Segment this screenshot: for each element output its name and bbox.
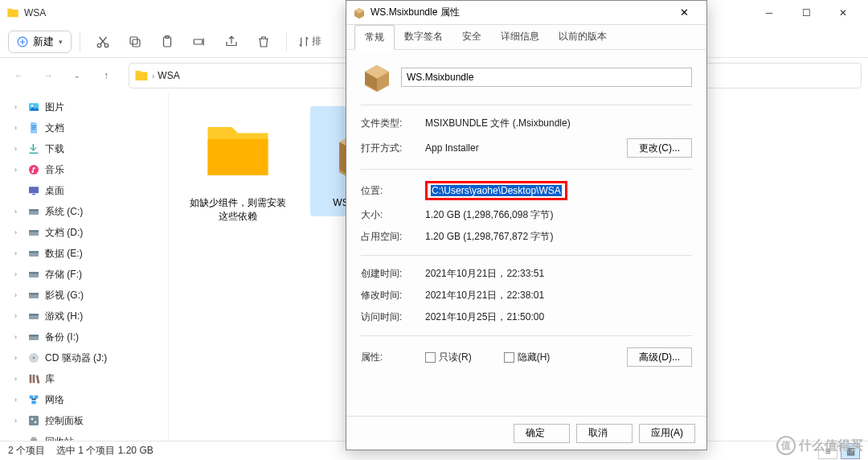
maximize-button[interactable]: ☐	[788, 0, 825, 26]
sidebar-item-label: 控制面板	[45, 414, 84, 428]
svg-rect-27	[29, 335, 39, 336]
new-button[interactable]: 新建 ▾	[8, 31, 72, 53]
drive-icon	[27, 310, 40, 322]
watermark: 值什么值得买	[776, 436, 863, 455]
readonly-checkbox[interactable]: 只读(R)	[425, 351, 472, 364]
sidebar-item[interactable]: ›文档	[0, 117, 168, 138]
svg-rect-30	[30, 396, 34, 399]
caret-icon: ›	[14, 291, 23, 299]
status-count: 2 个项目	[8, 444, 45, 458]
caret-icon: ›	[14, 145, 23, 153]
drive-icon	[27, 331, 40, 343]
sidebar-item[interactable]: ›文档 (D:)	[0, 222, 168, 243]
file-label: 如缺少组件，则需安装这些依赖	[188, 196, 288, 224]
pictures-icon	[27, 101, 40, 113]
apply-button[interactable]: 应用(A)	[639, 424, 695, 443]
cut-icon[interactable]	[88, 27, 117, 56]
sidebar-item[interactable]: ›影视 (G:)	[0, 285, 168, 306]
svg-rect-23	[29, 293, 39, 294]
filetype-label: 文件类型:	[361, 117, 417, 130]
folder-icon	[134, 68, 149, 83]
panel-icon	[27, 414, 40, 427]
location-value[interactable]: C:\Users\yaohe\Desktop\WSA	[431, 185, 562, 196]
dialog-footer: 确定 取消 应用(A)	[346, 416, 706, 450]
svg-point-9	[31, 105, 34, 107]
dialog-tab[interactable]: 详细信息	[491, 25, 549, 49]
sidebar-item-label: 影视 (G:)	[45, 289, 84, 302]
hidden-checkbox[interactable]: 隐藏(H)	[504, 351, 551, 364]
svg-rect-31	[35, 396, 39, 399]
breadcrumb-segment[interactable]: WSA	[158, 70, 179, 81]
sidebar-item[interactable]: ›游戏 (H:)	[0, 306, 168, 327]
folder-icon	[199, 113, 276, 190]
sidebar-item[interactable]: ›系统 (C:)	[0, 201, 168, 222]
caret-icon: ›	[14, 270, 23, 278]
location-label: 位置:	[361, 184, 417, 198]
accessed-label: 访问时间:	[361, 310, 417, 324]
share-icon[interactable]	[217, 27, 246, 56]
minimize-button[interactable]: ─	[751, 0, 788, 26]
sidebar-item[interactable]: ›图片	[0, 97, 168, 117]
sidebar-item[interactable]: ›数据 (E:)	[0, 243, 168, 264]
sidebar-item[interactable]: ›库	[0, 368, 168, 389]
network-icon	[27, 393, 40, 406]
nav-recent-button[interactable]: ⌄	[64, 63, 90, 88]
delete-icon[interactable]	[249, 27, 278, 56]
sidebar-item[interactable]: ›CD 驱动器 (J:)	[0, 347, 168, 368]
sidebar-item[interactable]: ›控制面板	[0, 410, 168, 431]
documents-icon	[27, 121, 40, 134]
modified-value: 2021年10月21日，22:38:01	[425, 289, 692, 302]
svg-rect-15	[29, 209, 39, 211]
svg-rect-7	[194, 39, 203, 44]
dialog-tab[interactable]: 以前的版本	[549, 25, 616, 49]
svg-rect-12	[29, 187, 39, 193]
sidebar-item[interactable]: ›音乐	[0, 159, 168, 180]
sidebar: ›图片›文档›下载›音乐桌面›系统 (C:)›文档 (D:)›数据 (E:)›存…	[0, 93, 169, 441]
dialog-tab[interactable]: 常规	[354, 25, 395, 50]
sidebar-item[interactable]: 回收站	[0, 431, 168, 441]
sidebar-item[interactable]: ›网络	[0, 389, 168, 410]
sidebar-item-label: 库	[45, 372, 55, 386]
accessed-value: 2021年10月25日，21:50:00	[425, 310, 692, 324]
sidebar-item-label: 图片	[45, 101, 64, 114]
caret-icon: ›	[14, 396, 23, 404]
rename-icon[interactable]	[185, 27, 214, 56]
svg-point-29	[33, 357, 35, 359]
svg-point-35	[35, 421, 37, 424]
svg-rect-3	[133, 39, 140, 47]
dialog-tab[interactable]: 安全	[452, 25, 491, 49]
svg-rect-36	[31, 437, 35, 439]
sidebar-item-label: 桌面	[45, 184, 64, 198]
drive-icon	[27, 205, 40, 218]
filename-input[interactable]	[401, 68, 692, 87]
paste-icon[interactable]	[153, 27, 182, 56]
downloads-icon	[27, 142, 40, 155]
cancel-button[interactable]: 取消	[576, 424, 633, 443]
location-highlight: C:\Users\yaohe\Desktop\WSA	[425, 181, 567, 200]
sidebar-item[interactable]: ›备份 (I:)	[0, 327, 168, 347]
ok-button[interactable]: 确定	[514, 424, 570, 443]
change-button[interactable]: 更改(C)...	[627, 138, 692, 158]
sidebar-item[interactable]: 桌面	[0, 180, 168, 201]
sidebar-item[interactable]: ›存储 (F:)	[0, 264, 168, 285]
dialog-title: WS.Msixbundle 属性	[371, 6, 460, 19]
nav-up-button[interactable]: ↑	[93, 63, 119, 88]
close-button[interactable]: ✕	[825, 0, 862, 26]
nav-back-button[interactable]: ←	[6, 63, 32, 88]
openswith-value: App Installer	[425, 142, 619, 154]
advanced-button[interactable]: 高级(D)...	[627, 347, 692, 367]
sidebar-item-label: 文档 (D:)	[45, 226, 83, 240]
dialog-close-button[interactable]: ✕	[668, 1, 700, 25]
music-icon	[27, 163, 40, 176]
attributes-label: 属性:	[361, 351, 417, 364]
recycle-icon	[27, 435, 40, 441]
desktop-icon	[27, 184, 40, 197]
file-item[interactable]: 如缺少组件，则需安装这些依赖	[182, 106, 294, 230]
caret-icon: ›	[14, 333, 23, 341]
sidebar-item[interactable]: ›下载	[0, 138, 168, 159]
svg-rect-10	[30, 153, 39, 154]
nav-forward-button[interactable]: →	[35, 63, 61, 88]
copy-icon[interactable]	[121, 27, 149, 56]
sort-icon[interactable]: 排	[295, 27, 324, 56]
dialog-tab[interactable]: 数字签名	[395, 25, 452, 49]
